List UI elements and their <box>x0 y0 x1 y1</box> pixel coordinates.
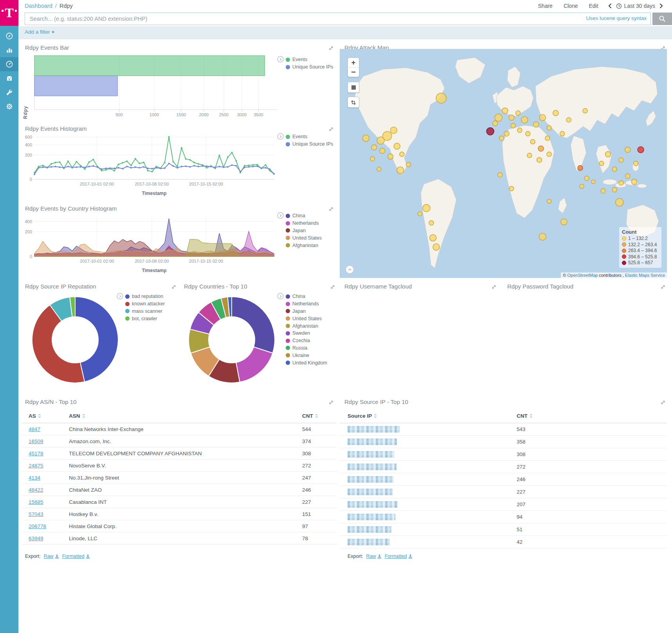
legend-item[interactable]: Czechia <box>286 337 327 344</box>
attack-bubble[interactable] <box>390 127 397 133</box>
legend-item[interactable]: mass scanner <box>125 308 165 315</box>
sidebar-item-dev-tools[interactable] <box>0 85 18 99</box>
as-link[interactable]: 57043 <box>29 511 43 517</box>
as-link[interactable]: 48422 <box>29 487 43 493</box>
telekom-logo[interactable]: T <box>0 0 18 26</box>
attack-bubble[interactable] <box>370 157 375 161</box>
sidebar-item-timelion[interactable] <box>0 71 18 85</box>
attack-bubble[interactable] <box>493 121 498 126</box>
sidebar-item-discover[interactable] <box>0 29 18 43</box>
legend-item[interactable]: China <box>286 293 327 300</box>
attack-bubble[interactable] <box>499 136 504 141</box>
donut-slice-Netherlands[interactable] <box>236 347 273 382</box>
legend-item[interactable]: Unique Source IPs <box>286 141 333 148</box>
as-link[interactable]: 206776 <box>29 523 46 529</box>
expand-panel-icon[interactable] <box>329 126 333 131</box>
legend-item[interactable]: Afghanistan <box>286 322 327 330</box>
attack-bubble[interactable] <box>625 147 631 152</box>
attack-bubble[interactable] <box>601 189 605 193</box>
expand-panel-icon[interactable] <box>661 284 665 289</box>
attack-bubble[interactable] <box>638 146 644 153</box>
expand-panel-icon[interactable] <box>492 284 496 289</box>
attack-bubble[interactable] <box>429 221 434 225</box>
attack-bubble[interactable] <box>509 186 514 191</box>
legend-toggle-icon[interactable] <box>277 293 284 299</box>
attack-bubble[interactable] <box>498 173 503 177</box>
attack-bubble[interactable] <box>526 131 530 136</box>
legend-item[interactable]: Japan <box>286 308 327 315</box>
expand-panel-icon[interactable] <box>330 284 335 289</box>
zoom-in-button[interactable]: + <box>348 58 359 68</box>
elastic-maps-service-link[interactable]: Elastic Maps Service <box>625 273 665 278</box>
as-link[interactable]: 24875 <box>29 463 43 469</box>
attack-bubble[interactable] <box>537 157 542 162</box>
share-button[interactable]: Share <box>538 3 553 9</box>
attack-bubble[interactable] <box>605 151 611 157</box>
as-link[interactable]: 16509 <box>29 438 43 444</box>
lucene-syntax-link[interactable]: Uses lucene query syntax <box>584 15 647 21</box>
attack-bubble[interactable] <box>634 161 638 166</box>
column-header-AS[interactable]: AS <box>22 409 62 423</box>
legend-item[interactable]: Netherlands <box>286 300 327 308</box>
as-link[interactable]: 4847 <box>29 426 40 432</box>
attack-bubble[interactable] <box>527 153 532 158</box>
legend-item[interactable]: bot, crawler <box>125 315 165 322</box>
as-link[interactable]: 63949 <box>29 536 43 541</box>
attack-bubble[interactable] <box>397 167 404 174</box>
attack-bubble[interactable] <box>530 139 535 144</box>
expand-panel-icon[interactable] <box>171 284 176 289</box>
export-formatted-link[interactable]: Formatted <box>385 554 413 559</box>
attack-bubble[interactable] <box>436 93 446 103</box>
bar-Unique Source IPs[interactable] <box>34 76 117 96</box>
legend-toggle-icon[interactable] <box>117 293 123 299</box>
attack-bubble[interactable] <box>388 154 393 159</box>
attack-bubble[interactable] <box>511 123 515 128</box>
search-input[interactable] <box>25 13 650 25</box>
fit-data-button[interactable] <box>348 82 359 93</box>
attack-bubble[interactable] <box>584 176 589 181</box>
world-map[interactable] <box>340 49 667 278</box>
attack-bubble[interactable] <box>521 117 528 123</box>
legend-item[interactable]: China <box>286 212 322 220</box>
attack-bubble[interactable] <box>504 131 509 136</box>
attack-bubble[interactable] <box>612 167 617 171</box>
time-range-picker[interactable]: Last 30 days <box>616 3 655 9</box>
sort-icon[interactable] <box>315 413 318 419</box>
legend-item[interactable]: Japan <box>286 227 322 234</box>
attack-bubble[interactable] <box>380 148 385 153</box>
expand-panel-icon[interactable] <box>329 45 333 50</box>
attack-bubble[interactable] <box>433 244 440 251</box>
openstreetmap-link[interactable]: OpenStreetMap <box>568 273 598 278</box>
attack-bubble[interactable] <box>400 152 404 157</box>
attack-bubble[interactable] <box>371 145 377 150</box>
attack-bubble[interactable] <box>502 108 508 114</box>
legend-item[interactable]: Ukraine <box>286 352 327 359</box>
legend-toggle-icon[interactable] <box>277 212 284 219</box>
column-header-ASN[interactable]: ASN <box>62 409 295 423</box>
as-link[interactable]: 45178 <box>29 451 43 456</box>
export-raw-link[interactable]: Raw <box>366 554 382 559</box>
events-bar-chart[interactable]: 500100015002000250030003500 <box>22 54 280 117</box>
attack-bubble[interactable] <box>406 162 411 167</box>
time-forward-button[interactable] <box>659 3 663 9</box>
legend-item[interactable]: United Kingdom <box>286 359 327 366</box>
sort-icon[interactable] <box>38 413 41 419</box>
attack-bubble[interactable] <box>418 212 422 216</box>
attack-bubble[interactable] <box>509 115 514 121</box>
legend-item[interactable]: Netherlands <box>286 220 322 227</box>
column-header-Source IP[interactable]: Source IP <box>340 409 509 423</box>
attack-bubble[interactable] <box>612 188 617 192</box>
map-legend-collapse-button[interactable] <box>345 265 354 274</box>
search-button[interactable] <box>652 13 672 25</box>
attack-bubble[interactable] <box>539 233 546 240</box>
attack-bubble[interactable] <box>566 117 571 122</box>
zoom-out-button[interactable]: − <box>348 68 359 77</box>
sidebar-item-visualize[interactable] <box>0 43 18 57</box>
attack-bubble[interactable] <box>486 128 494 135</box>
attack-bubble[interactable] <box>430 234 436 241</box>
attack-bubble[interactable] <box>583 108 587 113</box>
attack-bubble[interactable] <box>547 199 551 204</box>
attack-bubble[interactable] <box>616 198 623 206</box>
legend-item[interactable]: known attacker <box>125 300 165 308</box>
sort-icon[interactable] <box>82 413 85 419</box>
